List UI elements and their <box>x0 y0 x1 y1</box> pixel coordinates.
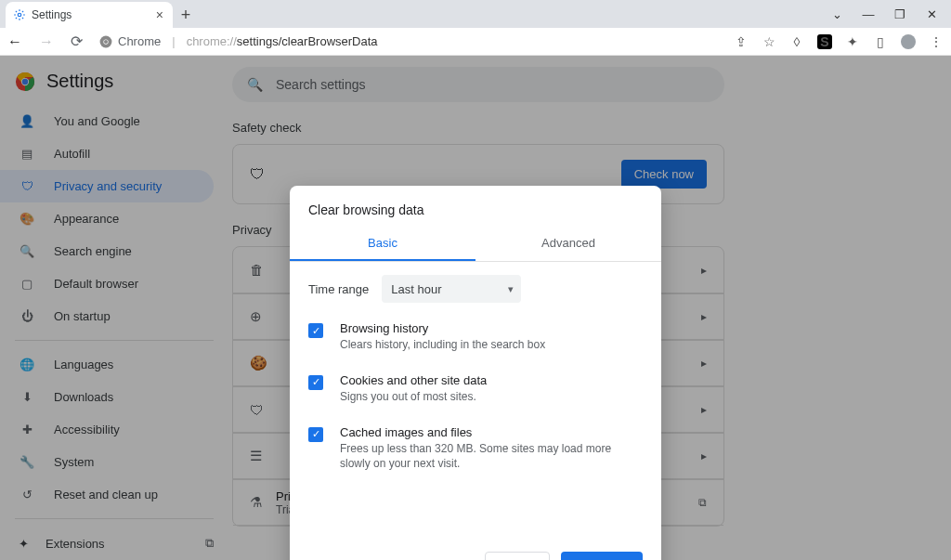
checkbox-icon[interactable]: ✓ <box>308 375 323 390</box>
side-panel-icon[interactable]: ▯ <box>873 34 888 49</box>
minimize-icon[interactable]: — <box>862 7 875 21</box>
reload-icon[interactable]: ⟳ <box>71 33 83 50</box>
option-title: Cached images and files <box>340 425 643 439</box>
origin-chip: Chrome <box>99 34 161 48</box>
close-window-icon[interactable]: ✕ <box>925 7 938 21</box>
checkbox-cookies[interactable]: ✓ Cookies and other site data Signs you … <box>290 368 661 420</box>
option-subtitle: Signs you out of most sites. <box>340 389 487 405</box>
clear-browsing-data-dialog: Clear browsing data Basic Advanced Time … <box>290 186 661 560</box>
omnibox[interactable]: Chrome | chrome://settings/clearBrowserD… <box>92 34 724 48</box>
chrome-icon <box>99 35 112 48</box>
tab-basic[interactable]: Basic <box>290 227 476 261</box>
time-range-value: Last hour <box>391 282 441 296</box>
url: chrome://settings/clearBrowserData <box>187 34 378 48</box>
window-controls: ⌄ — ❐ ✕ <box>830 0 951 28</box>
origin-label: Chrome <box>118 34 161 48</box>
tab-title: Settings <box>32 8 150 21</box>
tab-advanced[interactable]: Advanced <box>476 227 661 261</box>
profile-avatar[interactable] <box>901 34 916 49</box>
address-bar: ← → ⟳ Chrome | chrome://settings/clearBr… <box>0 28 951 56</box>
share-icon[interactable]: ⇪ <box>734 34 749 49</box>
checkbox-icon[interactable]: ✓ <box>308 323 323 338</box>
extension-s-icon[interactable]: S <box>817 34 832 49</box>
svg-point-3 <box>104 39 108 43</box>
option-subtitle: Frees up less than 320 MB. Some sites ma… <box>340 441 643 473</box>
forward-icon: → <box>39 33 54 50</box>
back-icon[interactable]: ← <box>7 33 22 50</box>
maximize-icon[interactable]: ❐ <box>893 7 906 21</box>
cancel-button[interactable]: Cancel <box>485 552 550 560</box>
checkbox-icon[interactable]: ✓ <box>308 427 323 442</box>
extension-a-icon[interactable]: ◊ <box>789 34 804 49</box>
close-icon[interactable]: × <box>156 7 163 22</box>
gear-icon <box>13 8 26 21</box>
page: Settings 👤You and Google ▤Autofill 🛡Priv… <box>0 56 951 560</box>
checkbox-cache[interactable]: ✓ Cached images and files Frees up less … <box>290 420 661 488</box>
toolbar-actions: ⇪ ☆ ◊ S ✦ ▯ ⋮ <box>734 34 944 49</box>
menu-kebab-icon[interactable]: ⋮ <box>929 34 944 49</box>
svg-point-0 <box>18 13 21 17</box>
extensions-puzzle-icon[interactable]: ✦ <box>845 34 860 49</box>
titlebar: Settings × + ⌄ — ❐ ✕ <box>0 0 951 28</box>
dialog-title: Clear browsing data <box>290 186 661 227</box>
option-title: Browsing history <box>340 321 545 335</box>
option-title: Cookies and other site data <box>340 373 487 387</box>
checkbox-browsing-history[interactable]: ✓ Browsing history Clears history, inclu… <box>290 316 661 368</box>
chevron-down-icon[interactable]: ⌄ <box>830 7 843 21</box>
clear-data-button[interactable]: Clear data <box>561 552 643 560</box>
time-range-select[interactable]: Last hour <box>382 275 521 303</box>
option-subtitle: Clears history, including in the search … <box>340 337 545 353</box>
bookmark-icon[interactable]: ☆ <box>762 34 776 49</box>
divider: | <box>172 34 175 48</box>
browser-tab[interactable]: Settings × <box>6 2 173 28</box>
nav-buttons: ← → ⟳ <box>7 33 83 50</box>
new-tab-button[interactable]: + <box>173 2 199 28</box>
time-range-label: Time range <box>308 282 369 296</box>
